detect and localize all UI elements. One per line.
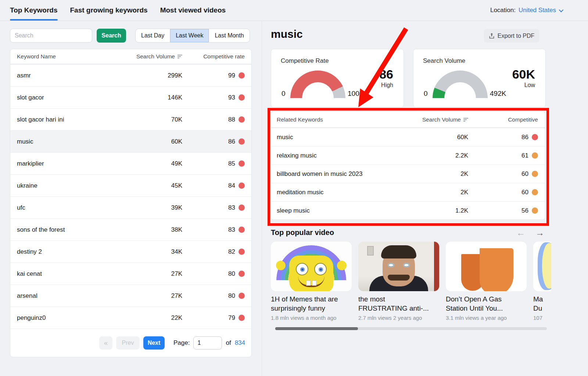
total-pages: 834 [235, 339, 245, 347]
rate-dot [239, 182, 245, 189]
video-title: Ma Du [533, 294, 551, 313]
left-controls: Search Last Day Last Week Last Month [10, 29, 250, 43]
column-keyword-name: Keyword Name [17, 53, 123, 60]
column-search-volume: Search Volume [380, 116, 468, 123]
first-page-button[interactable]: « [99, 336, 112, 350]
related-row[interactable]: relaxing music2.2K61 [271, 146, 545, 164]
tab-bar: Top Keywords Fast growing keywords Most … [10, 0, 226, 21]
rate-dot [239, 271, 245, 277]
gauge-level: High [379, 82, 393, 88]
carousel-right-arrow-icon[interactable]: → [535, 228, 544, 238]
search-input[interactable] [10, 29, 92, 43]
column-search-volume: Search Volume [123, 53, 182, 60]
tab-top-keywords[interactable]: Top Keywords [10, 0, 58, 21]
sort-icon[interactable] [463, 118, 468, 122]
rate-dot [239, 72, 245, 79]
keywords-table-header: Keyword Name Search Volume Competitive r… [10, 49, 251, 64]
of-label: of [226, 339, 231, 347]
column-competitive-rate: Competitive rate [182, 53, 245, 60]
table-row[interactable]: slot gacor146K93 [10, 86, 251, 108]
tab-fast-growing-keywords[interactable]: Fast growing keywords [70, 0, 148, 21]
table-row[interactable]: asmr299K99 [10, 64, 251, 86]
gauge-value: 60K [512, 68, 535, 81]
related-row[interactable]: music60K86 [271, 128, 545, 146]
page-label: Page: [173, 339, 190, 347]
rate-dot [239, 94, 245, 101]
video-meta: 2.7 mln views 2 years ago [358, 315, 439, 321]
column-related-keywords: Related Keywords [277, 116, 380, 123]
rate-dot [239, 116, 245, 123]
table-row[interactable]: ukraine45K84 [10, 174, 251, 196]
rate-dot [239, 138, 245, 145]
table-row[interactable]: markiplier49K85 [10, 152, 251, 174]
chevron-down-icon [559, 7, 564, 12]
tab-label: Top Keywords [10, 6, 58, 14]
rate-dot [532, 171, 538, 177]
video-card[interactable]: Ma Du 107 [533, 242, 551, 321]
related-row[interactable]: meditation music2K60 [271, 183, 545, 201]
video-card[interactable]: Don’t Open A Gas Station Until You... 3.… [446, 242, 527, 321]
gauge-value: 86 [379, 68, 393, 81]
rate-dot [532, 152, 538, 159]
export-to-pdf-button[interactable]: Export to PDF [484, 29, 539, 43]
video-card[interactable]: 1H of Memes that are surprisingly funny … [271, 242, 352, 321]
video-title: Don’t Open A Gas Station Until You... [446, 294, 527, 313]
video-card[interactable]: the most FRUSTRATING anti-... 2.7 mln vi… [358, 242, 439, 321]
table-row-selected[interactable]: music60K86 [10, 130, 251, 152]
video-thumbnail-spongebob-meme [271, 242, 352, 291]
rate-dot [239, 205, 245, 211]
video-title: the most FRUSTRATING anti-... [358, 294, 439, 313]
carousel-scrollbar-thumb[interactable] [275, 327, 358, 330]
table-row[interactable]: destiny 234K82 [10, 241, 251, 263]
keywords-table: Keyword Name Search Volume Competitive r… [10, 49, 252, 357]
video-meta: 1.8 mln views a month ago [271, 315, 352, 321]
time-filter: Last Day Last Week Last Month [135, 29, 250, 43]
video-meta: 3.1 mln views a year ago [446, 315, 527, 321]
page-title: music [271, 28, 303, 40]
gauge-max: 492K [490, 90, 506, 98]
column-competitive: Competitive [468, 116, 538, 123]
page-number-input[interactable] [193, 336, 222, 350]
sort-icon[interactable] [178, 55, 182, 58]
time-filter-last-month[interactable]: Last Month [209, 29, 249, 42]
table-row[interactable]: kai cenat27K80 [10, 263, 251, 285]
rate-dot [532, 207, 538, 214]
tab-most-viewed-videos[interactable]: Most viewed videos [160, 0, 226, 21]
time-filter-last-week[interactable]: Last Week [170, 29, 209, 42]
gauge-min: 0 [282, 90, 286, 98]
table-row[interactable]: sons of the forest38K83 [10, 218, 251, 241]
related-row[interactable]: sleep music1.2K56 [271, 201, 545, 220]
rate-dot [532, 134, 538, 140]
gauge-max: 100 [348, 90, 359, 98]
table-row[interactable]: arsenal27K80 [10, 285, 251, 307]
related-row[interactable]: billboard women in music 20232K60 [271, 164, 545, 183]
search-button[interactable]: Search [97, 29, 126, 43]
table-row[interactable]: ufc39K83 [10, 196, 251, 218]
gauge-level: Low [512, 82, 535, 88]
time-filter-last-day[interactable]: Last Day [136, 29, 170, 42]
video-thumbnail-partial [533, 242, 551, 291]
location-label: Location: [490, 7, 516, 14]
carousel-controls: ← → [516, 228, 544, 238]
rate-dot [239, 249, 245, 255]
carousel-left-arrow-icon[interactable]: ← [516, 228, 525, 238]
app-canvas: Top Keywords Fast growing keywords Most … [0, 0, 588, 376]
next-page-button[interactable]: Next [143, 336, 165, 350]
related-keywords-table: Related Keywords Search Volume Competiti… [271, 111, 545, 220]
pagination: « Prev Next Page: of 834 [10, 329, 251, 357]
video-thumbnail-man-face [358, 242, 439, 291]
competitive-rate-card: Competitive Rate 0 100 86 High [271, 49, 404, 108]
table-row[interactable]: slot gacor hari ini70K88 [10, 108, 251, 130]
video-thumbnail-orange-logo [446, 242, 527, 291]
panel-divider [262, 21, 262, 376]
tab-label: Fast growing keywords [70, 6, 148, 14]
prev-page-button[interactable]: Prev [116, 336, 140, 350]
location-dropdown[interactable]: United States [519, 7, 562, 14]
gauge-title: Search Volume [423, 57, 465, 65]
table-row[interactable]: penguinz022K79 [10, 307, 251, 329]
top-popular-video-title: Top popular video [271, 228, 334, 237]
related-table-header: Related Keywords Search Volume Competiti… [271, 112, 545, 128]
carousel-scrollbar [275, 327, 547, 330]
video-carousel: 1H of Memes that are surprisingly funny … [271, 242, 551, 324]
video-title: 1H of Memes that are surprisingly funny [271, 294, 352, 313]
